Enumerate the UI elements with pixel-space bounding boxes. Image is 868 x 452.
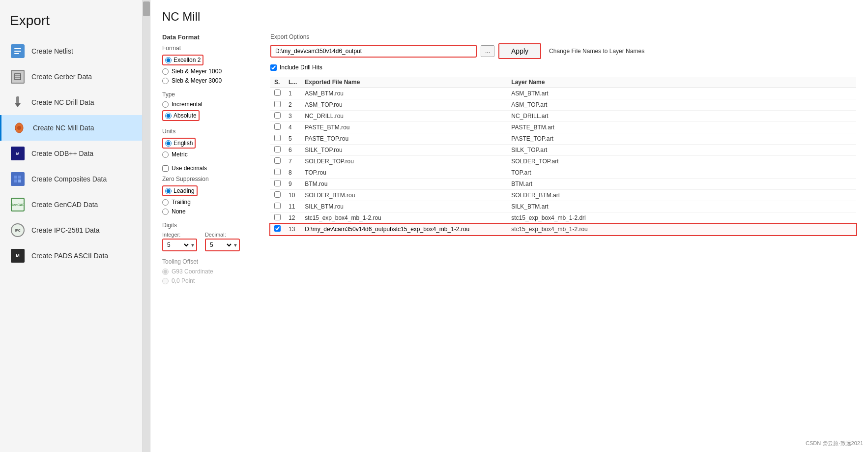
apply-button[interactable]: Apply (498, 43, 541, 59)
table-row: 3NC_DRILL.rouNC_DRILL.art (270, 111, 856, 122)
drill-hits-label: Include Drill Hits (280, 64, 322, 71)
row-checkbox[interactable] (274, 90, 281, 96)
units-english-radio[interactable] (165, 140, 172, 147)
row-num: 3 (285, 111, 301, 122)
format-sieb3000-radio[interactable] (162, 78, 169, 84)
row-checkbox-cell[interactable] (270, 201, 285, 212)
zero-trailing-radio[interactable] (162, 199, 169, 206)
format-sieb1000-radio[interactable] (162, 68, 169, 75)
row-checkbox-cell[interactable] (270, 111, 285, 122)
type-absolute-radio[interactable] (165, 113, 172, 119)
sidebar-item-gerber[interactable]: Create Gerber Data (0, 64, 142, 90)
zero-leading[interactable]: Leading (162, 185, 260, 196)
use-decimals-input[interactable] (162, 165, 169, 172)
sidebar-item-gencad[interactable]: GenCAD Create GenCAD Data (0, 192, 142, 217)
drill-hits-checkbox[interactable] (270, 64, 277, 71)
type-incremental-radio[interactable] (162, 101, 169, 108)
row-num: 12 (285, 212, 301, 224)
table-row: 6SILK_TOP.rouSILK_TOP.art (270, 145, 856, 156)
units-english-highlight: English (162, 138, 196, 149)
row-checkbox[interactable] (274, 123, 281, 130)
path-input[interactable] (270, 45, 477, 58)
sidebar-item-nc-mill-label: Create NC Mill Data (33, 124, 94, 132)
decimal-select-box: 23456 ▼ (205, 239, 240, 251)
file-table-body: 1ASM_BTM.rouASM_BTM.art2ASM_TOP.rouASM_T… (270, 88, 856, 235)
row-checkbox[interactable] (274, 157, 281, 164)
path-row: ... Apply Change File Names to Layer Nam… (270, 43, 856, 59)
format-excellon2-label: Excellon 2 (174, 57, 201, 63)
sidebar-item-composites[interactable]: Create Composites Data (0, 166, 142, 192)
row-checkbox[interactable] (274, 203, 281, 209)
sidebar-item-ipc[interactable]: IPC Create IPC-2581 Data (0, 217, 142, 243)
row-checkbox-cell[interactable] (270, 212, 285, 224)
scrollbar[interactable] (143, 0, 150, 452)
include-drill-hits[interactable]: Include Drill Hits (270, 64, 856, 71)
table-row: 8TOP.rouTOP.art (270, 167, 856, 179)
row-checkbox-cell[interactable] (270, 224, 285, 235)
row-checkbox[interactable] (274, 146, 281, 152)
composites-icon (10, 171, 26, 187)
table-row: 12stc15_exp_box4_mb_1-2.roustc15_exp_box… (270, 212, 856, 224)
row-checkbox[interactable] (274, 180, 281, 186)
row-checkbox[interactable] (274, 101, 281, 107)
scrollbar-thumb[interactable] (143, 1, 150, 16)
row-checkbox-cell[interactable] (270, 167, 285, 179)
format-sieb1000[interactable]: Sieb & Meyer 1000 (162, 68, 260, 75)
zero-leading-radio[interactable] (165, 188, 172, 194)
zero-leading-highlight: Leading (162, 185, 198, 196)
decimal-select[interactable]: 23456 (206, 240, 233, 250)
svg-rect-2 (14, 53, 19, 54)
row-checkbox[interactable] (274, 135, 281, 141)
row-filename: SOLDER_BTM.rou (301, 190, 507, 201)
row-checkbox[interactable] (274, 169, 281, 175)
row-checkbox[interactable] (274, 191, 281, 198)
row-filename: BTM.rou (301, 179, 507, 190)
svg-rect-10 (18, 176, 21, 179)
sidebar-item-pads[interactable]: M Create PADS ASCII Data (0, 243, 142, 269)
format-excellon2-radio[interactable] (165, 57, 172, 63)
row-checkbox-cell[interactable] (270, 190, 285, 201)
row-checkbox-cell[interactable] (270, 145, 285, 156)
row-filename: SILK_BTM.rou (301, 201, 507, 212)
decimal-label: Decimal: (205, 232, 240, 238)
table-row: 9BTM.rouBTM.art (270, 179, 856, 190)
format-section: Format Excellon 2 Sieb & Meyer 1000 (162, 45, 260, 84)
sidebar-item-nc-drill[interactable]: Create NC Drill Data (0, 90, 142, 115)
sidebar-item-netlist[interactable]: Create Netlist (0, 38, 142, 64)
type-incremental[interactable]: Incremental (162, 101, 260, 108)
format-sieb3000[interactable]: Sieb & Meyer 3000 (162, 77, 260, 84)
row-checkbox-cell[interactable] (270, 88, 285, 99)
zero-trailing[interactable]: Trailing (162, 199, 260, 206)
type-absolute[interactable]: Absolute (162, 110, 260, 121)
row-checkbox[interactable] (274, 225, 281, 232)
sidebar-item-netlist-label: Create Netlist (31, 47, 73, 55)
row-checkbox-cell[interactable] (270, 122, 285, 133)
use-decimals-checkbox[interactable]: Use decimals (162, 165, 260, 172)
table-row: 5PASTE_TOP.rouPASTE_TOP.art (270, 133, 856, 145)
svg-marker-7 (15, 103, 21, 107)
zero-none-radio[interactable] (162, 209, 169, 215)
row-checkbox-cell[interactable] (270, 99, 285, 111)
row-checkbox-cell[interactable] (270, 133, 285, 145)
row-checkbox[interactable] (274, 112, 281, 119)
browse-button[interactable]: ... (481, 45, 494, 57)
row-layername: SILK_TOP.art (507, 145, 856, 156)
file-table-header: S. L... Exported File Name Layer Name (270, 77, 856, 88)
units-metric[interactable]: Metric (162, 151, 260, 158)
sidebar-item-nc-mill[interactable]: Create NC Mill Data (0, 115, 142, 141)
row-layername: ASM_TOP.art (507, 99, 856, 111)
tooling-point-radio (162, 278, 169, 284)
tooling-radio-group: G93 Coordinate 0,0 Point (162, 268, 260, 284)
format-excellon2[interactable]: Excellon 2 (162, 55, 260, 65)
row-checkbox-cell[interactable] (270, 179, 285, 190)
integer-select[interactable]: 23456 (163, 240, 190, 250)
units-metric-radio[interactable] (162, 151, 169, 158)
sidebar-item-odb[interactable]: M Create ODB++ Data (0, 141, 142, 166)
row-checkbox[interactable] (274, 214, 281, 220)
row-checkbox-cell[interactable] (270, 156, 285, 167)
sidebar-item-pads-label: Create PADS ASCII Data (31, 252, 108, 260)
zero-none[interactable]: None (162, 208, 260, 215)
row-layername: SOLDER_TOP.art (507, 156, 856, 167)
units-english[interactable]: English (162, 138, 260, 149)
row-layername: TOP.art (507, 167, 856, 179)
